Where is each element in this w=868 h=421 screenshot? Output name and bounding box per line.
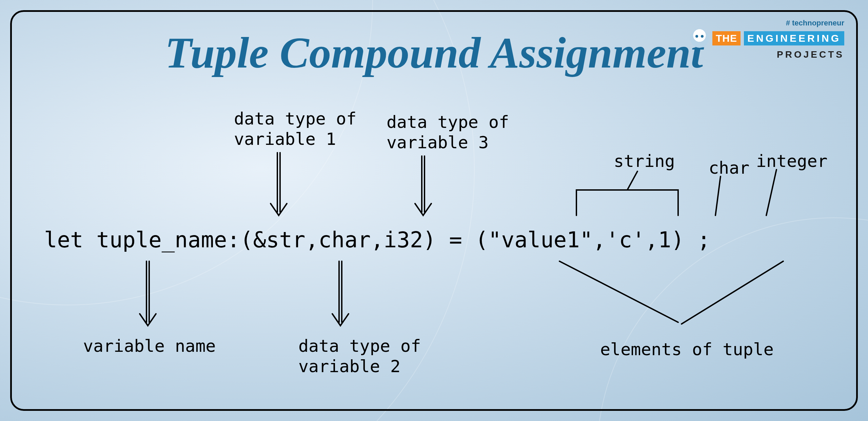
annotation-datatype-var3: data type of variable 3 — [387, 112, 509, 153]
annotation-text: data type of — [234, 109, 356, 129]
annotation-datatype-var1: data type of variable 1 — [234, 109, 356, 149]
annotation-string: string — [614, 151, 675, 171]
code-line: let tuple_name:(&str,char,i32) = ("value… — [44, 227, 710, 252]
logo-engineering: ENGINEERING — [744, 31, 844, 45]
annotation-char: char — [709, 158, 749, 178]
annotation-text: variable 3 — [387, 133, 489, 152]
annotation-text: variable 1 — [234, 129, 336, 149]
annotation-datatype-var2: data type of variable 2 — [298, 336, 421, 377]
annotation-text: data type of — [298, 336, 421, 356]
diagram-title: Tuple Compound Assignment — [165, 27, 703, 78]
logo-hashtag: # technopreneur — [690, 19, 844, 27]
annotation-elements-of-tuple: elements of tuple — [600, 339, 774, 360]
robot-icon — [690, 29, 709, 48]
annotation-text: variable 2 — [298, 357, 400, 376]
brand-logo: # technopreneur THE ENGINEERING PROJECTS — [690, 19, 844, 60]
logo-projects: PROJECTS — [690, 49, 844, 60]
annotation-integer: integer — [756, 151, 828, 171]
annotation-variable-name: variable name — [83, 336, 216, 356]
annotation-text: data type of — [387, 112, 509, 132]
logo-the: THE — [712, 31, 741, 45]
